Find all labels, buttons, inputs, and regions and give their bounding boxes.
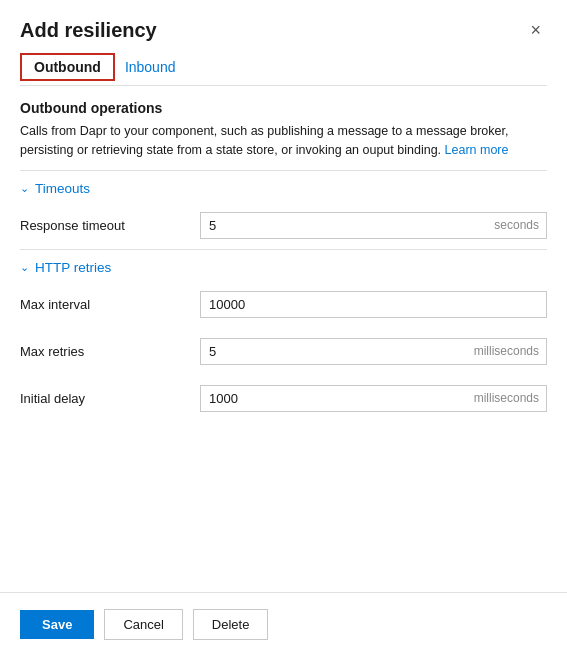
chevron-down-icon-2: ⌄ bbox=[20, 261, 29, 274]
max-interval-input-wrap bbox=[200, 291, 547, 318]
add-resiliency-dialog: Add resiliency × Outbound Inbound Outbou… bbox=[0, 0, 567, 656]
max-retries-input-wrap: milliseconds bbox=[200, 338, 547, 365]
chevron-down-icon: ⌄ bbox=[20, 182, 29, 195]
response-timeout-input[interactable] bbox=[200, 212, 547, 239]
response-timeout-row: Response timeout seconds bbox=[0, 202, 567, 249]
max-interval-row: Max interval bbox=[0, 281, 567, 328]
section-description: Calls from Dapr to your component, such … bbox=[20, 122, 547, 160]
tab-inbound[interactable]: Inbound bbox=[115, 53, 190, 81]
max-interval-label: Max interval bbox=[20, 297, 200, 312]
cancel-button[interactable]: Cancel bbox=[104, 609, 182, 640]
http-retries-collapsible[interactable]: ⌄ HTTP retries bbox=[0, 250, 567, 281]
response-timeout-label: Response timeout bbox=[20, 218, 200, 233]
initial-delay-row: Initial delay milliseconds bbox=[0, 375, 567, 422]
section-desc-text: Calls from Dapr to your component, such … bbox=[20, 124, 508, 157]
section-title: Outbound operations bbox=[20, 100, 547, 116]
max-retries-input[interactable] bbox=[200, 338, 547, 365]
timeouts-collapsible[interactable]: ⌄ Timeouts bbox=[0, 171, 567, 202]
http-retries-label: HTTP retries bbox=[35, 260, 111, 275]
max-retries-row: Max retries milliseconds bbox=[0, 328, 567, 375]
max-interval-input[interactable] bbox=[200, 291, 547, 318]
save-button[interactable]: Save bbox=[20, 610, 94, 639]
dialog-footer: Save Cancel Delete bbox=[0, 592, 567, 656]
initial-delay-input-wrap: milliseconds bbox=[200, 385, 547, 412]
initial-delay-label: Initial delay bbox=[20, 391, 200, 406]
tab-outbound[interactable]: Outbound bbox=[20, 53, 115, 81]
response-timeout-input-wrap: seconds bbox=[200, 212, 547, 239]
max-retries-label: Max retries bbox=[20, 344, 200, 359]
dialog-title: Add resiliency bbox=[20, 19, 157, 42]
close-button[interactable]: × bbox=[524, 18, 547, 43]
dialog-header: Add resiliency × bbox=[0, 0, 567, 53]
tab-bar: Outbound Inbound bbox=[0, 53, 567, 81]
initial-delay-input[interactable] bbox=[200, 385, 547, 412]
outbound-section: Outbound operations Calls from Dapr to y… bbox=[0, 86, 567, 170]
timeouts-label: Timeouts bbox=[35, 181, 90, 196]
learn-more-link[interactable]: Learn more bbox=[445, 143, 509, 157]
delete-button[interactable]: Delete bbox=[193, 609, 269, 640]
